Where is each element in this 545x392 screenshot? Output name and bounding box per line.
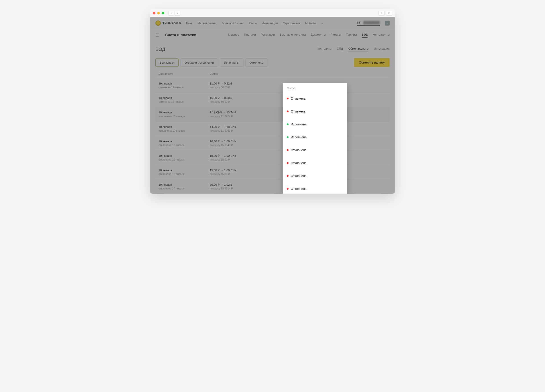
status-row[interactable]: Отменена: [283, 92, 347, 105]
row-rate: по курсу 50,00 ₽: [210, 100, 290, 103]
table-row[interactable]: 10 январяотклонена 10 января15,00 ₽ → 1,…: [155, 165, 390, 179]
topnav-item[interactable]: Большой бизнес: [222, 22, 244, 25]
topnav-item[interactable]: Касса: [249, 22, 257, 25]
page-title: ВЭД: [155, 47, 165, 52]
status-row[interactable]: Отклонена: [283, 182, 347, 194]
status-label: Отклонена: [291, 174, 307, 178]
user-name-blurred: ████████: [363, 21, 380, 24]
status-row[interactable]: Отклонена: [283, 169, 347, 182]
subnav-tab[interactable]: ВЭД: [362, 33, 368, 38]
filter-button[interactable]: Все заявки: [155, 59, 179, 67]
status-label: Отменена: [291, 110, 305, 113]
top-navigation: ТИНЬКОФФ БанкМалый бизнесБольшой бизнесК…: [150, 17, 395, 29]
subnav-tab[interactable]: Выставление счета: [280, 33, 306, 38]
row-date: 10 января: [159, 169, 210, 172]
row-date: 10 января: [159, 183, 210, 186]
table-row[interactable]: 10 январяисполнена 10 января14,00 ₽ → 1,…: [155, 121, 390, 136]
maximize-window-button[interactable]: [162, 12, 164, 14]
status-row[interactable]: Отклонена: [283, 144, 347, 157]
share-button[interactable]: ⇪: [378, 11, 385, 16]
logo-icon: [155, 20, 161, 26]
status-row[interactable]: Отклонена: [283, 157, 347, 169]
row-date: 19 января: [159, 82, 210, 85]
menu-icon[interactable]: ☰: [155, 33, 159, 38]
row-sum: 15,00 ₽ → 1,00 CN¥: [210, 154, 290, 157]
status-dot-icon: [287, 98, 289, 99]
row-date-detail: исполнена 10 января: [159, 115, 210, 118]
row-rate: по курсу 15,0943 ₽: [210, 144, 290, 147]
col-sum: Сумма: [210, 72, 290, 75]
table-row[interactable]: 10 январяотклонена 10 января80,00 ₽ → 1,…: [155, 179, 390, 194]
page-subtab[interactable]: Обмен валюты: [348, 47, 369, 52]
page-subtab[interactable]: Интеграции: [374, 47, 390, 52]
row-date-detail: отклонена 10 января: [159, 158, 210, 161]
row-rate: по курсу 11,9053 ₽: [210, 129, 290, 132]
forward-button[interactable]: ›: [174, 11, 180, 16]
sub-navigation: ☰ Счета и платежи ГлавноеПлатежиРепутаци…: [150, 29, 395, 41]
page-subtab[interactable]: Контракты: [317, 47, 332, 52]
minimize-window-button[interactable]: [157, 12, 160, 14]
table-row[interactable]: 19 январяотменена 19 января11,00 ₽ → 0,2…: [155, 78, 390, 92]
table-row[interactable]: 10 январяисполнена 10 января1,18 CN¥ → 1…: [155, 107, 390, 121]
row-rate: по курсу 78,4314 ₽: [210, 187, 290, 190]
row-date-detail: отменена 19 января: [159, 86, 210, 89]
table-row[interactable]: 10 январяотклонена 10 января15,00 ₽ → 1,…: [155, 150, 390, 165]
topnav-item[interactable]: Страхование: [283, 22, 300, 25]
back-button[interactable]: ‹: [168, 11, 174, 16]
user-menu[interactable]: ИП ████████: [357, 21, 380, 26]
row-date-detail: отклонена 10 января: [159, 187, 210, 190]
chevron-down-icon[interactable]: ⌄: [385, 21, 390, 26]
status-header: Статус: [283, 87, 347, 92]
row-sum: 16,00 ₽ → 1,06 CN¥: [210, 140, 290, 143]
row-date-detail: отклонена 10 января: [159, 173, 210, 176]
subnav-tab[interactable]: Документы: [311, 33, 326, 38]
section-title: Счета и платежи: [165, 33, 196, 37]
row-date: 10 января: [159, 140, 210, 143]
row-date-detail: отклонена 10 января: [159, 144, 210, 147]
row-rate: по курсу 15,00 ₽: [210, 158, 290, 161]
col-date: Дата и срок: [159, 72, 210, 75]
status-label: Отклонена: [291, 161, 307, 165]
row-rate: по курсу 15,00 ₽: [210, 173, 290, 176]
tabs-button[interactable]: ⧉: [386, 11, 392, 16]
more-menu[interactable]: ···: [321, 22, 323, 25]
status-label: Исполнена: [291, 122, 307, 126]
row-sum: 15,00 ₽ → 0,30 $: [210, 96, 290, 100]
filter-button[interactable]: Исполнены: [220, 59, 243, 67]
topnav-item[interactable]: Мобайл: [305, 22, 316, 25]
subnav-tab[interactable]: Платежи: [244, 33, 256, 38]
window-titlebar: ‹ › ⇪ ⧉: [150, 9, 395, 17]
topnav-item[interactable]: Малый бизнес: [198, 22, 217, 25]
status-dot-icon: [287, 136, 289, 138]
subnav-tab[interactable]: Контрагенты: [372, 33, 390, 38]
status-row[interactable]: Исполнена: [283, 131, 347, 144]
page-subtab[interactable]: СПД: [337, 47, 343, 52]
topnav-item[interactable]: Инвестиции: [262, 22, 278, 25]
close-window-button[interactable]: [153, 12, 155, 14]
row-sum: 11,00 ₽ → 0,22 £: [210, 82, 290, 85]
row-rate: по курсу 50,00 ₽: [210, 86, 290, 89]
filter-button[interactable]: Ожидают исполнения: [180, 59, 218, 67]
row-date-detail: исполнена 10 января: [159, 129, 210, 132]
status-dot-icon: [287, 123, 289, 125]
subnav-tab[interactable]: Главное: [228, 33, 239, 38]
status-dot-icon: [287, 188, 289, 190]
row-sum: 15,00 ₽ → 1,00 CN¥: [210, 169, 290, 172]
table-row[interactable]: 10 январяотклонена 10 января16,00 ₽ → 1,…: [155, 136, 390, 150]
row-date: 10 января: [159, 154, 210, 157]
table-header: Дата и срок Сумма: [155, 69, 390, 78]
row-sum: 1,18 CN¥ → 13,74 ₽: [210, 111, 290, 114]
subnav-tab[interactable]: Репутация: [261, 33, 275, 38]
exchange-currency-button[interactable]: Обменять валюту: [354, 58, 390, 67]
status-label: Исполнена: [291, 135, 307, 139]
topnav-item[interactable]: Банк: [186, 22, 192, 25]
filter-button[interactable]: Отменены: [245, 59, 268, 67]
row-sum: 80,00 ₽ → 1,02 $: [210, 183, 290, 186]
status-row[interactable]: Отменена: [283, 105, 347, 118]
subnav-tab[interactable]: Тарифы: [346, 33, 357, 38]
table-row[interactable]: 13 январяотменена 13 января15,00 ₽ → 0,3…: [155, 92, 390, 107]
row-date: 10 января: [159, 111, 210, 114]
subnav-tab[interactable]: Лимиты: [331, 33, 341, 38]
brand-logo[interactable]: ТИНЬКОФФ: [155, 20, 181, 26]
status-row[interactable]: Исполнена: [283, 118, 347, 131]
